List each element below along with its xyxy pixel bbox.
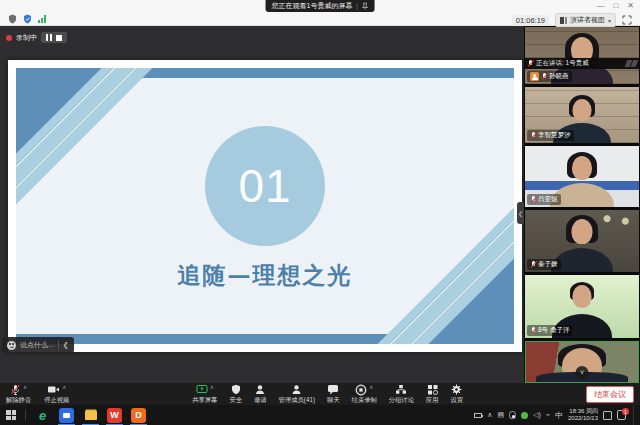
microphone-muted-icon bbox=[10, 384, 21, 395]
mic-muted-icon bbox=[530, 196, 536, 204]
sidebar-collapse-tab[interactable]: ❮ bbox=[517, 202, 524, 224]
qq-icon[interactable] bbox=[509, 411, 516, 419]
pin-icon[interactable] bbox=[361, 2, 368, 10]
mic-muted-icon bbox=[530, 132, 536, 140]
360-icon[interactable] bbox=[521, 412, 528, 419]
chevron-up-icon[interactable]: ∧ bbox=[23, 384, 27, 390]
video-tile[interactable]: 李智慧梦汐 bbox=[525, 87, 639, 143]
view-mode-button[interactable]: 演讲者视图 ▾ bbox=[555, 13, 616, 27]
close-button[interactable]: ✕ bbox=[627, 1, 634, 10]
browser-icon[interactable]: e bbox=[35, 408, 50, 423]
mic-muted-icon bbox=[530, 327, 536, 335]
notification-badge: 1 bbox=[622, 408, 629, 415]
mic-muted-icon bbox=[541, 73, 547, 81]
breakout-icon bbox=[395, 384, 407, 395]
wps-icon[interactable]: W bbox=[107, 408, 122, 423]
video-tile[interactable]: 吕雯妮 bbox=[525, 146, 639, 207]
collapse-left-icon[interactable]: ❮ bbox=[63, 341, 69, 349]
video-tile[interactable]: 秦子媛 bbox=[525, 210, 639, 272]
scroll-more-participants-button[interactable]: ˅ bbox=[576, 366, 589, 379]
meeting-toolbar: ∧ 解除静音 ∧ 停止视频 ∧ bbox=[0, 383, 640, 405]
breakout-rooms-button[interactable]: 分组讨论 bbox=[389, 384, 414, 405]
layout-icon bbox=[560, 17, 567, 24]
participant-name: 李智慧梦汐 bbox=[538, 131, 571, 140]
windows-taskbar: e W D ∧ ▤ ◁) ⌁ 中 18:36 周四 2022/10/13 1 bbox=[0, 405, 640, 425]
tray-expand-icon[interactable]: ∧ bbox=[487, 411, 492, 419]
start-icon[interactable] bbox=[6, 410, 16, 420]
meeting-status-icons bbox=[8, 14, 46, 24]
pause-recording-icon[interactable] bbox=[46, 34, 52, 41]
manage-members-button[interactable]: 管理成员(41) bbox=[279, 384, 315, 405]
tray-folder-icon[interactable]: ▤ bbox=[497, 411, 504, 419]
toolbar-left-group: ∧ 解除静音 ∧ 停止视频 bbox=[6, 384, 69, 405]
stop-video-button[interactable]: ∧ 停止视频 bbox=[44, 384, 69, 405]
share-screen-button[interactable]: ∧ 共享屏幕 bbox=[192, 384, 217, 405]
mic-muted-icon bbox=[530, 261, 536, 269]
emoji-icon[interactable] bbox=[7, 341, 16, 350]
system-tray: ∧ ▤ ◁) ⌁ 中 18:36 周四 2022/10/13 1 bbox=[474, 405, 636, 425]
meeting-info-icon[interactable] bbox=[8, 14, 17, 24]
participant-name-row: 秦子媛 bbox=[527, 259, 561, 270]
titlebar: — □ ✕ 您正在观看1号贵威的屏幕 01:06:19 演讲者视图 ▾ bbox=[0, 0, 640, 26]
chevron-up-icon[interactable]: ∧ bbox=[210, 384, 214, 390]
phone-sync-icon[interactable]: 1 bbox=[617, 410, 626, 420]
end-meeting-button[interactable]: 结束会议 bbox=[586, 386, 634, 403]
unmute-button[interactable]: ∧ 解除静音 bbox=[6, 384, 31, 405]
divider bbox=[25, 409, 26, 421]
viewing-banner: 您正在观看1号贵威的屏幕 bbox=[266, 0, 375, 12]
security-button[interactable]: 安全 bbox=[229, 384, 242, 405]
chat-bubble-icon bbox=[327, 384, 339, 395]
ime-indicator[interactable]: 中 bbox=[555, 410, 563, 421]
link-icon[interactable]: ⌁ bbox=[546, 411, 550, 419]
participant-name-row: 李智慧梦汐 bbox=[527, 130, 574, 141]
topbar-right: 01:06:19 演讲者视图 ▾ bbox=[512, 13, 632, 27]
shared-screen: 录制中 01 追随—理想之光 bbox=[0, 26, 524, 383]
gear-icon bbox=[451, 384, 462, 395]
battery-icon[interactable] bbox=[474, 413, 482, 418]
recording-label: 录制中 bbox=[16, 33, 37, 43]
settings-button[interactable]: 设置 bbox=[451, 384, 464, 405]
main-area: 录制中 01 追随—理想之光 bbox=[0, 26, 640, 383]
slide-number: 01 bbox=[238, 159, 291, 213]
meeting-app-icon[interactable] bbox=[59, 408, 74, 423]
minimize-button[interactable]: — bbox=[596, 1, 604, 10]
meeting-timer: 01:06:19 bbox=[512, 15, 549, 26]
network-signal-icon[interactable] bbox=[38, 15, 46, 23]
share-screen-icon bbox=[196, 384, 208, 395]
file-explorer-icon[interactable] bbox=[83, 408, 98, 423]
stop-record-button[interactable]: ∧ 结束录制 bbox=[352, 384, 377, 405]
quick-comment-bar[interactable]: 说点什么... ❮ bbox=[2, 337, 74, 353]
comment-placeholder[interactable]: 说点什么... bbox=[20, 340, 54, 350]
camera-icon bbox=[47, 384, 60, 395]
participant-name: 吕雯妮 bbox=[538, 195, 558, 204]
action-center-icon[interactable] bbox=[603, 411, 612, 420]
volume-icon[interactable]: ◁) bbox=[533, 411, 541, 419]
fullscreen-icon[interactable] bbox=[622, 15, 632, 25]
participant-name: 8号 桑子洋 bbox=[538, 326, 569, 335]
taskbar-apps: e W D bbox=[6, 408, 146, 423]
toolbar-center-group: ∧ 共享屏幕 安全 邀请 bbox=[69, 384, 586, 405]
divider bbox=[58, 341, 59, 349]
chevron-up-icon[interactable]: ∧ bbox=[62, 384, 66, 390]
stop-recording-icon[interactable] bbox=[56, 35, 62, 41]
protection-icon[interactable] bbox=[23, 14, 32, 24]
invite-button[interactable]: 邀请 bbox=[254, 384, 267, 405]
apps-grid-icon bbox=[427, 384, 438, 395]
video-tile[interactable]: 孙晓燕 bbox=[525, 27, 639, 84]
recording-dot-icon bbox=[6, 35, 12, 41]
taskbar-clock[interactable]: 18:36 周四 2022/10/13 bbox=[568, 408, 598, 422]
taskbar-time: 18:36 周四 bbox=[568, 408, 598, 415]
d-app-icon[interactable]: D bbox=[131, 408, 146, 423]
video-tile[interactable]: 8号 桑子洋 bbox=[525, 275, 639, 338]
chat-button[interactable]: 聊天 bbox=[327, 384, 340, 405]
record-stop-icon bbox=[355, 384, 367, 396]
view-mode-label: 演讲者视图 bbox=[570, 15, 605, 25]
divider bbox=[356, 3, 357, 10]
chevron-up-icon[interactable]: ∧ bbox=[369, 384, 373, 390]
apps-button[interactable]: 应用 bbox=[426, 384, 439, 405]
maximize-button[interactable]: □ bbox=[613, 1, 618, 10]
participant-name-row: 孙晓燕 bbox=[527, 71, 572, 82]
slide-canvas: 01 追随—理想之光 bbox=[16, 68, 514, 344]
show-desktop-button[interactable] bbox=[633, 405, 636, 425]
meeting-window: — □ ✕ 您正在观看1号贵威的屏幕 01:06:19 演讲者视图 ▾ bbox=[0, 0, 640, 425]
